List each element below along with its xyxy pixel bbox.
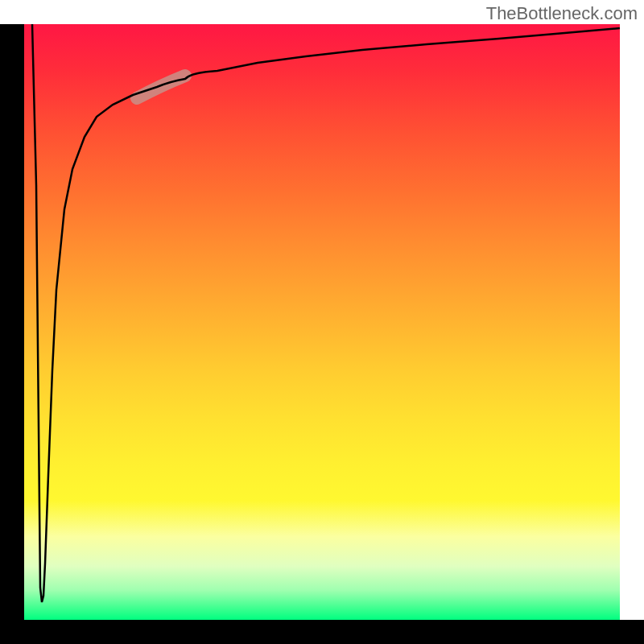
curve-svg [24,24,620,620]
plot-area [24,24,620,620]
watermark-text: TheBottleneck.com [486,3,638,24]
highlight-segment [137,76,185,98]
chart-container: TheBottleneck.com [0,0,644,644]
bottleneck-curve [32,24,620,602]
x-axis [0,620,644,644]
y-axis [0,24,24,620]
